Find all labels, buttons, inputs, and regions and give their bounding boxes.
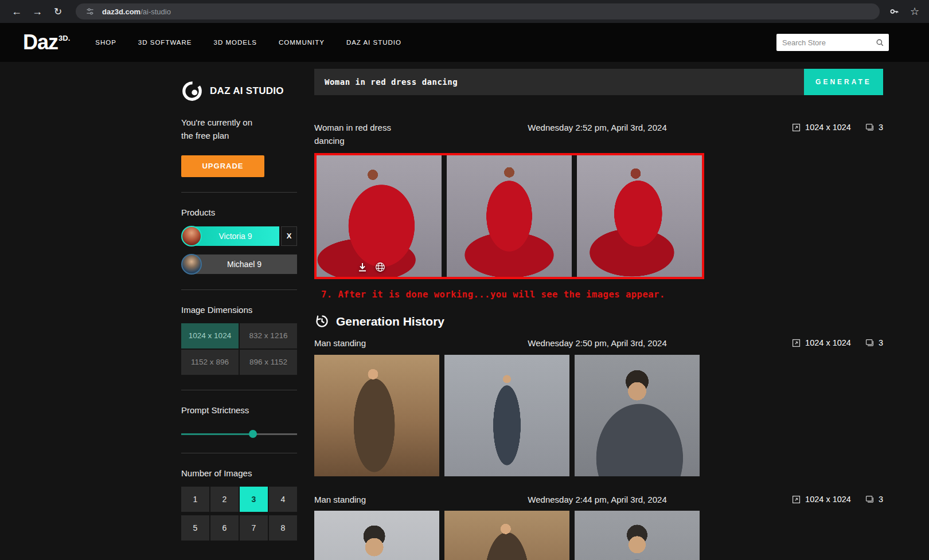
prompt-input[interactable]: Woman in red dress dancing: [314, 69, 804, 95]
url-text: daz3d.com/ai-studio: [102, 7, 171, 16]
store-search-input[interactable]: [782, 38, 876, 47]
divider: [181, 390, 297, 390]
num-images-7-button[interactable]: 7: [240, 515, 268, 541]
product-name-victoria9: Victoria 9: [192, 226, 279, 246]
num-images-4-button[interactable]: 4: [269, 487, 297, 512]
generation-history-header: Generation History: [314, 314, 883, 329]
dimensions-icon: [791, 338, 801, 348]
slider-thumb[interactable]: [249, 430, 257, 438]
dimension-1152x896-button[interactable]: 1152 x 896: [181, 350, 239, 375]
site-settings-icon[interactable]: [84, 5, 96, 18]
dimension-1024x1024-button[interactable]: 1024 x 1024: [181, 323, 239, 348]
product-name-michael9: Michael 9: [192, 254, 297, 274]
browser-reload-button[interactable]: ↻: [49, 3, 67, 20]
history-title: Generation History: [336, 315, 444, 328]
dimension-896x1152-button[interactable]: 896 x 1152: [240, 350, 297, 375]
generated-image-2[interactable]: [447, 155, 572, 277]
divider: [181, 289, 297, 290]
image-dimensions-label: Image Dimensions: [181, 305, 297, 315]
product-michael9[interactable]: Michael 9: [181, 254, 297, 275]
generation-meta: 1024 x 1024 3: [791, 494, 883, 506]
dimensions-icon: [791, 495, 801, 504]
app-title: DAZ AI STUDIO: [210, 85, 284, 97]
download-icon[interactable]: [357, 261, 368, 273]
num-images-3-button[interactable]: 3: [240, 487, 268, 512]
daz-logo[interactable]: Daz3D.: [23, 30, 70, 54]
browser-toolbar-right: ☆: [888, 5, 921, 18]
num-images-8-button[interactable]: 8: [269, 515, 297, 541]
michael9-avatar: [181, 254, 202, 275]
wireframe-icon[interactable]: [374, 261, 387, 273]
generation-count: 3: [879, 122, 883, 134]
generation-header: Woman in red dress dancing Wednesday 2:5…: [314, 122, 883, 147]
search-icon[interactable]: [876, 38, 884, 47]
prompt-bar: Woman in red dress dancing GENERATE: [314, 69, 883, 95]
history-entry-1: Man standing Wednesday 2:50 pm, April 3r…: [314, 337, 883, 476]
daz-logo-text: Daz: [23, 30, 58, 54]
history1-image-2[interactable]: [444, 355, 569, 476]
history2-image-2[interactable]: [444, 511, 569, 560]
number-of-images-label: Number of Images: [181, 468, 297, 478]
ai-studio-main: Woman in red dress dancing GENERATE Woma…: [314, 62, 883, 560]
generated-image-3[interactable]: [577, 155, 702, 277]
history1-image-3[interactable]: [575, 355, 700, 476]
store-search: [776, 34, 889, 51]
nav-daz-ai-studio[interactable]: DAZ AI STUDIO: [346, 39, 401, 46]
product-victoria9[interactable]: Victoria 9 X: [181, 226, 297, 246]
generation-meta: 1024 x 1024 3: [791, 337, 883, 350]
bookmark-star-icon[interactable]: ☆: [908, 5, 921, 18]
slider-fill: [181, 433, 253, 435]
generation-prompt: Man standing: [314, 337, 403, 350]
generation-timestamp: Wednesday 2:50 pm, April 3rd, 2024: [403, 337, 791, 350]
history-entry-2: Man standing Wednesday 2:44 pm, April 3r…: [314, 494, 883, 560]
browser-forward-button[interactable]: →: [29, 3, 46, 20]
url-host: daz3d.com: [102, 7, 140, 16]
generation-dimensions: 1024 x 1024: [805, 494, 851, 506]
url-path: /ai-studio: [140, 7, 171, 16]
browser-toolbar: ← → ↻ daz3d.com/ai-studio ☆: [0, 0, 929, 23]
generated-images-row: [314, 355, 700, 476]
num-images-1-button[interactable]: 1: [181, 487, 209, 512]
generated-image-1[interactable]: [317, 155, 442, 277]
dimension-832x1216-button[interactable]: 832 x 1216: [240, 323, 297, 348]
generation-prompt: Man standing: [314, 494, 403, 507]
generate-button[interactable]: GENERATE: [804, 69, 883, 95]
image-dimensions-grid: 1024 x 1024 832 x 1216 1152 x 896 896 x …: [181, 323, 297, 375]
page-content: DAZ AI STUDIO You're currently on the fr…: [0, 62, 929, 560]
history2-image-1[interactable]: [314, 511, 439, 560]
daz-ai-studio-logo-icon: [181, 80, 203, 102]
generation-meta: 1024 x 1024 3: [791, 122, 883, 134]
products-label: Products: [181, 207, 297, 217]
daz-logo-3d: 3D.: [58, 34, 70, 42]
prompt-strictness-slider[interactable]: [181, 430, 297, 438]
nav-3d-software[interactable]: 3D SOFTWARE: [138, 39, 192, 46]
password-key-icon[interactable]: [888, 5, 900, 18]
app-logo-row: DAZ AI STUDIO: [181, 80, 297, 102]
plan-status-line1: You're currently on: [181, 116, 297, 129]
nav-3d-models[interactable]: 3D MODELS: [214, 39, 257, 46]
generation-count: 3: [879, 337, 883, 350]
generation-prompt: Woman in red dress dancing: [314, 122, 403, 147]
nav-community[interactable]: COMMUNITY: [279, 39, 325, 46]
plan-status: You're currently on the free plan: [181, 116, 297, 143]
generation-timestamp: Wednesday 2:44 pm, April 3rd, 2024: [403, 494, 791, 507]
nav-shop[interactable]: SHOP: [95, 39, 116, 46]
generation-dimensions: 1024 x 1024: [805, 122, 851, 134]
num-images-6-button[interactable]: 6: [210, 515, 239, 541]
history2-image-3[interactable]: [575, 511, 700, 560]
upgrade-button[interactable]: UPGRADE: [181, 155, 264, 177]
num-images-5-button[interactable]: 5: [181, 515, 209, 541]
tutorial-annotation: 7. After it is done working...you will s…: [321, 289, 883, 300]
victoria9-avatar: [181, 226, 202, 246]
image-count-icon: [865, 495, 875, 504]
history-icon: [314, 314, 330, 329]
address-bar[interactable]: daz3d.com/ai-studio: [76, 3, 880, 19]
number-of-images-grid: 1 2 3 4 5 6 7 8: [181, 487, 297, 541]
browser-window: ← → ↻ daz3d.com/ai-studio ☆ Daz3D. SHOP …: [0, 0, 929, 560]
browser-back-button[interactable]: ←: [8, 3, 25, 20]
num-images-2-button[interactable]: 2: [210, 487, 239, 512]
history1-image-1[interactable]: [314, 355, 439, 476]
remove-product-button[interactable]: X: [281, 226, 297, 246]
generation-header: Man standing Wednesday 2:44 pm, April 3r…: [314, 494, 883, 507]
generation-dimensions: 1024 x 1024: [805, 337, 851, 350]
